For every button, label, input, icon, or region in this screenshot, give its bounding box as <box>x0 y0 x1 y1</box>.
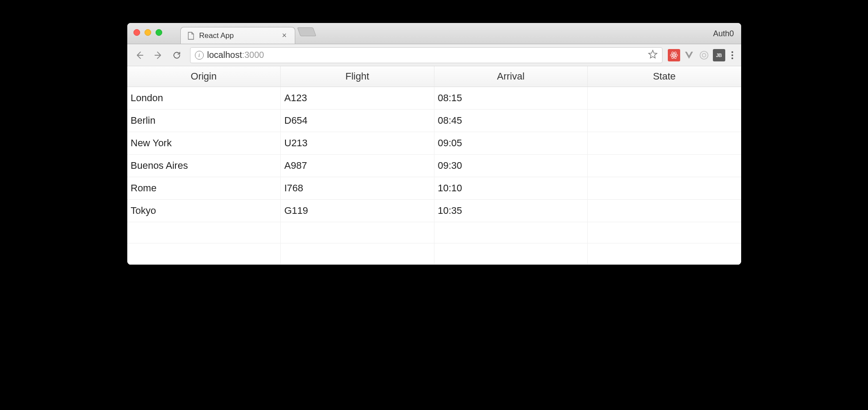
table-row: RomeI76810:10 <box>127 177 741 200</box>
browser-window: React App × Auth0 i localhost:3000 <box>127 23 741 265</box>
cell-flight: I768 <box>281 177 434 200</box>
cell-state <box>587 110 741 132</box>
extension-target-icon[interactable] <box>698 49 710 61</box>
nav-back-button[interactable] <box>132 47 148 63</box>
cell-arrival: 10:35 <box>434 200 587 222</box>
cell-state <box>587 155 741 177</box>
cell-state <box>587 87 741 110</box>
svg-point-0 <box>673 54 674 56</box>
browser-tab[interactable]: React App × <box>180 27 295 44</box>
address-bar[interactable]: i localhost:3000 <box>190 47 662 63</box>
table-row: LondonA12308:15 <box>127 87 741 110</box>
url-port: :3000 <box>242 50 264 60</box>
cell-state <box>587 200 741 222</box>
cell-arrival: 09:30 <box>434 155 587 177</box>
cell-origin: Buenos Aires <box>127 155 281 177</box>
profile-label[interactable]: Auth0 <box>713 29 734 38</box>
url-host: localhost <box>207 50 242 60</box>
cell-flight: A987 <box>281 155 434 177</box>
cell-empty <box>281 243 434 265</box>
table-row-empty <box>127 222 741 243</box>
cell-flight: U213 <box>281 132 434 155</box>
toolbar: i localhost:3000 JB <box>127 44 741 66</box>
traffic-lights <box>133 29 162 36</box>
table-row: Buenos AiresA98709:30 <box>127 155 741 177</box>
cell-origin: London <box>127 87 281 110</box>
window-close-button[interactable] <box>133 29 140 36</box>
cell-empty <box>281 222 434 243</box>
table-header-row: Origin Flight Arrival State <box>127 66 741 87</box>
url-text: localhost:3000 <box>207 50 264 60</box>
tab-title: React App <box>199 31 276 40</box>
cell-flight: G119 <box>281 200 434 222</box>
header-arrival: Arrival <box>434 66 587 87</box>
tab-close-button[interactable]: × <box>280 31 289 40</box>
cell-empty <box>127 222 281 243</box>
cell-empty <box>587 243 741 265</box>
cell-origin: Berlin <box>127 110 281 132</box>
page-favicon-icon <box>187 32 195 40</box>
window-minimize-button[interactable] <box>145 29 151 36</box>
header-origin: Origin <box>127 66 281 87</box>
cell-flight: D654 <box>281 110 434 132</box>
cell-empty <box>434 243 587 265</box>
cell-origin: Tokyo <box>127 200 281 222</box>
table-row: BerlinD65408:45 <box>127 110 741 132</box>
bookmark-star-icon[interactable] <box>648 49 658 61</box>
vue-devtools-icon[interactable] <box>683 49 695 61</box>
cell-origin: Rome <box>127 177 281 200</box>
window-zoom-button[interactable] <box>156 29 162 36</box>
table-row: TokyoG11910:35 <box>127 200 741 222</box>
react-devtools-icon[interactable] <box>668 49 680 61</box>
new-tab-button[interactable] <box>297 27 316 36</box>
cell-arrival: 08:15 <box>434 87 587 110</box>
header-flight: Flight <box>281 66 434 87</box>
table-row-empty <box>127 243 741 265</box>
site-info-icon[interactable]: i <box>195 51 204 60</box>
table-row: New YorkU21309:05 <box>127 132 741 155</box>
cell-arrival: 09:05 <box>434 132 587 155</box>
jetbrains-extension-label: JB <box>716 53 722 58</box>
cell-arrival: 08:45 <box>434 110 587 132</box>
nav-reload-button[interactable] <box>169 47 185 63</box>
flights-table: Origin Flight Arrival State LondonA12308… <box>127 66 741 265</box>
svg-point-5 <box>702 53 706 57</box>
cell-state <box>587 132 741 155</box>
cell-flight: A123 <box>281 87 434 110</box>
cell-state <box>587 177 741 200</box>
cell-empty <box>434 222 587 243</box>
titlebar: React App × Auth0 <box>127 23 741 44</box>
cell-arrival: 10:10 <box>434 177 587 200</box>
header-state: State <box>587 66 741 87</box>
browser-menu-button[interactable] <box>728 51 737 59</box>
jetbrains-extension-icon[interactable]: JB <box>713 49 725 61</box>
cell-origin: New York <box>127 132 281 155</box>
cell-empty <box>587 222 741 243</box>
nav-forward-button[interactable] <box>150 47 166 63</box>
svg-point-4 <box>700 51 708 59</box>
cell-empty <box>127 243 281 265</box>
page-content: Origin Flight Arrival State LondonA12308… <box>127 66 741 265</box>
